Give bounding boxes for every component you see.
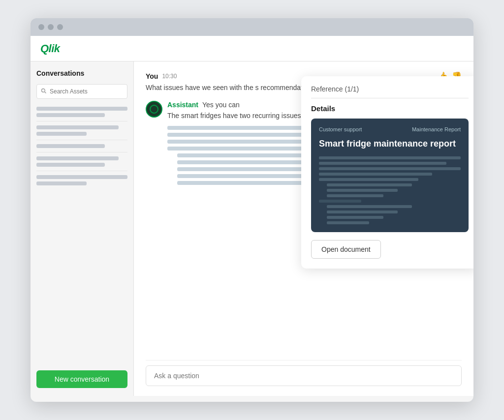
reference-panel: Reference (1/1) Details Customer support… bbox=[301, 76, 473, 269]
sidebar: Conversations bbox=[31, 61, 134, 396]
doc-type: Maintenance Report bbox=[412, 126, 461, 132]
user-sender-label: You bbox=[146, 72, 158, 80]
doc-skel-line bbox=[327, 189, 398, 192]
user-message-header-left: You 10:30 bbox=[146, 72, 177, 80]
qlik-logo: Qlik bbox=[40, 42, 60, 55]
doc-skel-line bbox=[327, 221, 369, 224]
doc-card-header: Customer support Maintenance Report bbox=[319, 126, 461, 132]
search-box[interactable] bbox=[36, 84, 127, 99]
doc-skel-line bbox=[319, 178, 418, 181]
user-message-time: 10:30 bbox=[162, 73, 177, 80]
sidebar-footer: New conversation bbox=[36, 364, 127, 388]
sidebar-title: Conversations bbox=[36, 69, 127, 77]
doc-skel-line bbox=[327, 216, 383, 219]
search-input[interactable] bbox=[50, 88, 123, 95]
assistant-intro: Yes you can bbox=[202, 101, 240, 109]
doc-skel-line bbox=[319, 167, 461, 170]
doc-skel-line bbox=[319, 200, 361, 203]
avatar bbox=[146, 101, 162, 118]
main-area: Conversations bbox=[31, 61, 473, 396]
doc-skel-line bbox=[319, 162, 446, 165]
svg-line-1 bbox=[45, 92, 46, 93]
chat-input-area bbox=[146, 360, 462, 386]
doc-skel-line bbox=[319, 156, 461, 159]
app-container: Qlik Conversations bbox=[31, 36, 473, 396]
assistant-sender-label: Assistant bbox=[167, 101, 198, 109]
browser-dot-2 bbox=[48, 24, 54, 30]
svg-point-0 bbox=[42, 89, 45, 92]
list-item[interactable] bbox=[36, 107, 127, 121]
doc-skel-line bbox=[327, 183, 412, 186]
list-item[interactable] bbox=[36, 175, 127, 189]
browser-titlebar bbox=[31, 18, 473, 36]
doc-title: Smart fridge maintenance report bbox=[319, 138, 461, 150]
conversation-list bbox=[36, 107, 127, 189]
avatar-inner bbox=[150, 105, 158, 114]
browser-dot-3 bbox=[57, 24, 63, 30]
browser-window: Qlik Conversations bbox=[31, 18, 473, 402]
doc-skel-line bbox=[327, 205, 412, 208]
reference-title: Reference (1/1) bbox=[311, 85, 469, 98]
list-item[interactable] bbox=[36, 125, 127, 140]
doc-card-lines bbox=[319, 156, 461, 224]
doc-skel-line bbox=[327, 194, 383, 197]
search-icon bbox=[41, 87, 47, 96]
new-conversation-button[interactable]: New conversation bbox=[36, 370, 127, 388]
document-card: Customer support Maintenance Report Smar… bbox=[311, 119, 469, 232]
app-header: Qlik bbox=[31, 36, 473, 61]
doc-skel-line bbox=[319, 173, 432, 176]
details-title: Details bbox=[311, 104, 469, 113]
doc-skel-line bbox=[327, 210, 398, 213]
doc-category: Customer support bbox=[319, 126, 362, 132]
list-item[interactable] bbox=[36, 156, 127, 171]
chat-input[interactable] bbox=[146, 365, 462, 386]
open-document-button[interactable]: Open document bbox=[311, 240, 381, 259]
list-item[interactable] bbox=[36, 144, 127, 152]
browser-dot-1 bbox=[38, 24, 44, 30]
